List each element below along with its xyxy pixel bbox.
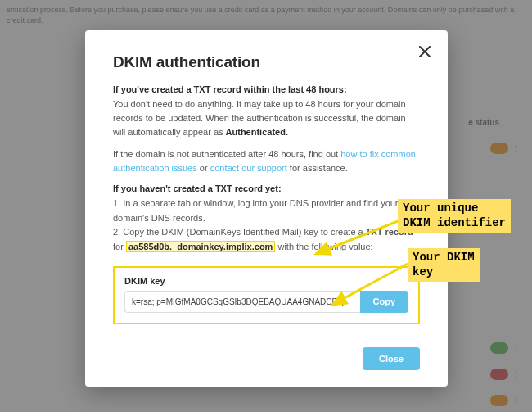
- dkim-key-block: DKIM key Copy: [113, 266, 420, 324]
- dkim-auth-modal: DKIM authentication If you've created a …: [85, 30, 448, 387]
- callout-identifier: Your unique DKIM identifier: [398, 199, 511, 233]
- steps: 1. In a separate tab or window, log into…: [113, 197, 420, 254]
- text-strong: Authenticated.: [226, 127, 288, 137]
- text: 2. Copy the DKIM (DomainKeys Identified …: [113, 227, 366, 237]
- text: If the domain is not authenticated after…: [113, 149, 340, 159]
- close-icon[interactable]: [417, 43, 433, 60]
- dkim-identifier: aa585d0b._domainkey.implix.com: [126, 241, 275, 252]
- text: or: [197, 163, 210, 173]
- step-2: 2. Copy the DKIM (DomainKeys Identified …: [113, 225, 420, 254]
- dkim-key-label: DKIM key: [124, 276, 408, 286]
- modal-title: DKIM authentication: [113, 53, 420, 71]
- step-1: 1. In a separate tab or window, log into…: [113, 197, 420, 225]
- dkim-key-input[interactable]: [124, 291, 360, 313]
- para-not-auth: If the domain is not authenticated after…: [113, 147, 420, 175]
- text: with the following value:: [275, 242, 372, 251]
- link-contact-support[interactable]: contact our support: [210, 163, 287, 173]
- text: for assistance.: [287, 163, 348, 173]
- lead-created: If you've created a TXT record within th…: [113, 84, 420, 94]
- close-button[interactable]: Close: [363, 347, 420, 370]
- lead-not-created: If you haven't created a TXT record yet:: [113, 183, 420, 193]
- copy-button[interactable]: Copy: [360, 291, 409, 313]
- text: for: [113, 242, 126, 251]
- callout-key: Your DKIM key: [408, 248, 480, 282]
- para-created-body: You don't need to do anything. It may ta…: [113, 97, 420, 139]
